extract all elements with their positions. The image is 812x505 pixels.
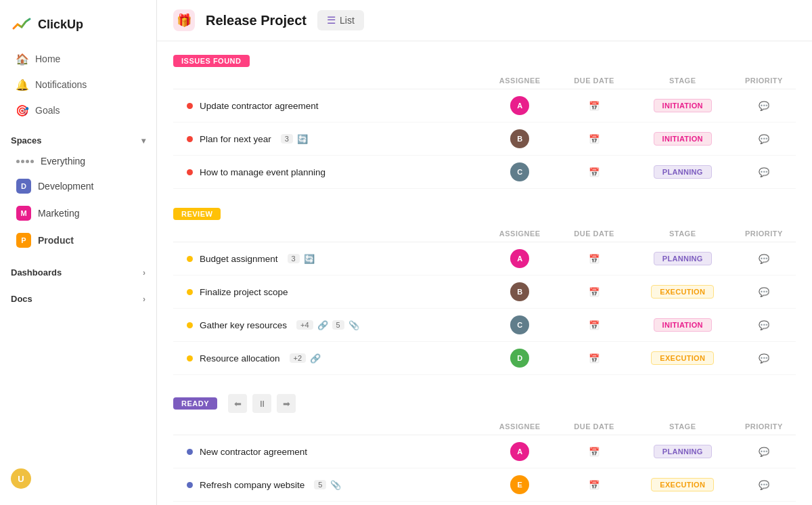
section-badge-issues: ISSUES FOUND — [173, 55, 250, 67]
duedate-cell[interactable]: 📅 — [556, 242, 633, 276]
avatar: B — [510, 282, 529, 301]
task-name[interactable]: How to manage event planning — [200, 167, 325, 177]
ready-toolbar: ⬅ ⏸ ➡ — [228, 394, 296, 413]
task-name[interactable]: Gather key resources — [200, 320, 287, 330]
spaces-header[interactable]: Spaces ▾ — [0, 129, 156, 150]
stage-badge[interactable]: INITIATION — [654, 99, 712, 112]
table-row: Update contractor agreement A 📅 INITIATI… — [173, 89, 796, 123]
spaces-collapse-icon: ▾ — [141, 136, 145, 146]
sidebar-item-everything[interactable]: Everything — [5, 150, 151, 172]
section-label-row-ready: READY ⬅ ⏸ ➡ — [173, 394, 796, 413]
task-dot — [187, 449, 193, 455]
avatar: C — [510, 162, 529, 181]
col-header-duedate-ready: DUE DATE — [556, 418, 633, 435]
product-badge: P — [16, 233, 31, 248]
sidebar-item-notifications[interactable]: 🔔 Notifications — [5, 72, 151, 97]
stage-badge[interactable]: EXECUTION — [651, 285, 714, 299]
duedate-cell[interactable]: 📅 — [556, 468, 633, 502]
stage-badge[interactable]: INITIATION — [654, 318, 712, 332]
section-review: REVIEW ASSIGNEE DUE DATE STAGE PRIORITY … — [173, 208, 796, 375]
stage-badge[interactable]: PLANNING — [654, 445, 712, 458]
sidebar-item-marketing[interactable]: M Marketing — [5, 200, 151, 226]
sidebar-label-notifications: Notifications — [35, 79, 87, 90]
link-icon: 🔗 — [310, 353, 321, 364]
section-issues-found: ISSUES FOUND ASSIGNEE DUE DATE STAGE PRI… — [173, 55, 796, 189]
project-title: Release Project — [206, 13, 307, 28]
task-name[interactable]: Plan for next year — [200, 134, 271, 144]
priority-icon[interactable]: 💬 — [759, 287, 769, 297]
clickup-logo-icon — [11, 14, 32, 35]
toolbar-btn-2[interactable]: ⏸ — [252, 394, 271, 413]
toolbar-btn-1[interactable]: ⬅ — [228, 394, 247, 413]
priority-icon[interactable]: 💬 — [759, 320, 769, 330]
docs-arrow-icon: › — [143, 294, 145, 304]
user-avatar[interactable]: U — [11, 468, 31, 489]
task-name[interactable]: Refresh company website — [200, 480, 304, 490]
stage-badge[interactable]: PLANNING — [654, 165, 712, 179]
task-name[interactable]: Budget assignment — [200, 254, 278, 264]
duedate-cell[interactable]: 📅 — [556, 502, 633, 506]
stage-badge[interactable]: PLANNING — [654, 252, 712, 265]
col-header-assignee-review: ASSIGNEE — [484, 225, 556, 242]
task-table-issues: ASSIGNEE DUE DATE STAGE PRIORITY Update … — [173, 72, 796, 189]
table-row: Update key objectives5📎 F 📅 EXECUTION 💬 — [173, 502, 796, 506]
duedate-cell[interactable]: 📅 — [556, 156, 633, 189]
task-name[interactable]: New contractor agreement — [200, 447, 307, 457]
goals-icon: 🎯 — [16, 104, 28, 116]
avatar: C — [510, 315, 529, 334]
col-header-stage-issues: STAGE — [633, 72, 732, 89]
task-table-review: ASSIGNEE DUE DATE STAGE PRIORITY Budget … — [173, 225, 796, 375]
col-header-stage-ready: STAGE — [633, 418, 732, 435]
duedate-cell[interactable]: 📅 — [556, 309, 633, 342]
sidebar-item-product[interactable]: P Product — [5, 227, 151, 253]
task-meta: 5📎 — [314, 480, 341, 490]
list-label: List — [340, 15, 355, 26]
sidebar-section-dashboards[interactable]: Dashboards › — [0, 261, 156, 280]
sidebar-item-home[interactable]: 🏠 Home — [5, 47, 151, 71]
col-header-name-issues — [173, 72, 484, 89]
stage-badge[interactable]: EXECUTION — [651, 351, 714, 365]
priority-icon[interactable]: 💬 — [759, 254, 769, 264]
toolbar-btn-3[interactable]: ➡ — [277, 394, 296, 413]
home-icon: 🏠 — [16, 53, 28, 65]
stage-badge[interactable]: EXECUTION — [651, 478, 714, 491]
development-badge: D — [16, 179, 31, 194]
task-dot — [187, 355, 193, 361]
sidebar-item-goals[interactable]: 🎯 Goals — [5, 98, 151, 123]
task-dot — [187, 103, 193, 109]
col-header-name-review — [173, 225, 484, 242]
sidebar-section-docs[interactable]: Docs › — [0, 287, 156, 307]
priority-icon[interactable]: 💬 — [759, 353, 769, 364]
duedate-cell[interactable]: 📅 — [556, 435, 633, 468]
priority-icon[interactable]: 💬 — [759, 167, 769, 177]
priority-icon[interactable]: 💬 — [759, 101, 769, 111]
duedate-cell[interactable]: 📅 — [556, 89, 633, 123]
task-dot — [187, 482, 193, 488]
task-meta: +2🔗 — [290, 353, 321, 364]
task-extra: +2 — [290, 353, 307, 363]
task-name[interactable]: Finalize project scope — [200, 287, 288, 297]
marketing-badge: M — [16, 206, 31, 221]
sidebar-label-development: Development — [38, 181, 94, 192]
task-meta: +4🔗5📎 — [296, 320, 359, 330]
task-name[interactable]: Resource allocation — [200, 353, 280, 364]
priority-icon[interactable]: 💬 — [759, 134, 769, 144]
app-name: ClickUp — [38, 18, 83, 32]
avatar: E — [510, 475, 529, 494]
sidebar-label-everything: Everything — [41, 156, 85, 167]
list-view-tab[interactable]: ☰ List — [317, 10, 364, 30]
duedate-cell[interactable]: 📅 — [556, 123, 633, 156]
priority-icon[interactable]: 💬 — [759, 447, 769, 457]
table-row: How to manage event planning C 📅 PLANNIN… — [173, 156, 796, 189]
task-name[interactable]: Update contractor agreement — [200, 101, 319, 111]
col-header-duedate-review: DUE DATE — [556, 225, 633, 242]
sidebar-bottom: U — [0, 460, 156, 497]
stage-badge[interactable]: INITIATION — [654, 132, 712, 146]
duedate-cell[interactable]: 📅 — [556, 276, 633, 309]
attach-count: 5 — [332, 320, 344, 330]
sidebar-item-development[interactable]: D Development — [5, 173, 151, 199]
dashboards-label: Dashboards — [11, 267, 62, 278]
priority-icon[interactable]: 💬 — [759, 480, 769, 490]
duedate-cell[interactable]: 📅 — [556, 342, 633, 375]
section-label-row-review: REVIEW — [173, 208, 796, 220]
